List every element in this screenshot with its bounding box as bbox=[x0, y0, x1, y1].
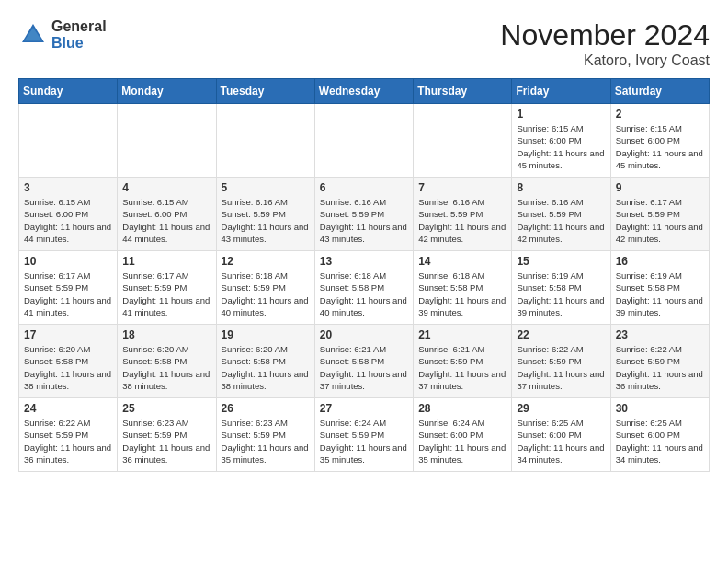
day-info: Sunrise: 6:15 AM Sunset: 6:00 PM Dayligh… bbox=[24, 196, 112, 245]
day-cell: 19Sunrise: 6:20 AM Sunset: 5:58 PM Dayli… bbox=[216, 325, 314, 398]
header-friday: Friday bbox=[512, 79, 610, 104]
day-cell: 29Sunrise: 6:25 AM Sunset: 6:00 PM Dayli… bbox=[512, 398, 610, 472]
day-info: Sunrise: 6:24 AM Sunset: 5:59 PM Dayligh… bbox=[320, 417, 408, 465]
day-info: Sunrise: 6:16 AM Sunset: 5:59 PM Dayligh… bbox=[517, 196, 605, 245]
header-monday: Monday bbox=[118, 79, 216, 104]
calendar-header-row: SundayMondayTuesdayWednesdayThursdayFrid… bbox=[19, 79, 710, 104]
calendar-body: 1Sunrise: 6:15 AM Sunset: 6:00 PM Daylig… bbox=[19, 104, 710, 472]
day-cell bbox=[314, 104, 413, 178]
day-info: Sunrise: 6:16 AM Sunset: 5:59 PM Dayligh… bbox=[222, 196, 310, 245]
day-cell: 8Sunrise: 6:16 AM Sunset: 5:59 PM Daylig… bbox=[512, 178, 610, 251]
day-info: Sunrise: 6:18 AM Sunset: 5:59 PM Dayligh… bbox=[222, 270, 310, 318]
header-wednesday: Wednesday bbox=[314, 79, 413, 104]
day-info: Sunrise: 6:20 AM Sunset: 5:58 PM Dayligh… bbox=[24, 343, 112, 392]
day-cell bbox=[414, 104, 512, 178]
day-info: Sunrise: 6:21 AM Sunset: 5:58 PM Dayligh… bbox=[320, 343, 408, 392]
day-cell: 1Sunrise: 6:15 AM Sunset: 6:00 PM Daylig… bbox=[512, 104, 610, 178]
day-number: 18 bbox=[122, 328, 210, 341]
day-number: 15 bbox=[517, 255, 605, 268]
day-cell: 6Sunrise: 6:16 AM Sunset: 5:59 PM Daylig… bbox=[314, 178, 413, 251]
day-cell: 18Sunrise: 6:20 AM Sunset: 5:58 PM Dayli… bbox=[118, 325, 216, 398]
day-info: Sunrise: 6:23 AM Sunset: 5:59 PM Dayligh… bbox=[122, 417, 210, 465]
day-cell: 27Sunrise: 6:24 AM Sunset: 5:59 PM Dayli… bbox=[314, 398, 413, 472]
day-info: Sunrise: 6:22 AM Sunset: 5:59 PM Dayligh… bbox=[616, 343, 704, 392]
day-info: Sunrise: 6:25 AM Sunset: 6:00 PM Dayligh… bbox=[517, 417, 605, 465]
day-number: 5 bbox=[222, 181, 310, 194]
day-cell: 22Sunrise: 6:22 AM Sunset: 5:59 PM Dayli… bbox=[512, 325, 610, 398]
week-row-3: 10Sunrise: 6:17 AM Sunset: 5:59 PM Dayli… bbox=[19, 251, 710, 325]
day-info: Sunrise: 6:22 AM Sunset: 5:59 PM Dayligh… bbox=[24, 417, 112, 465]
day-info: Sunrise: 6:21 AM Sunset: 5:59 PM Dayligh… bbox=[418, 343, 506, 392]
day-cell: 25Sunrise: 6:23 AM Sunset: 5:59 PM Dayli… bbox=[118, 398, 216, 472]
day-info: Sunrise: 6:17 AM Sunset: 5:59 PM Dayligh… bbox=[616, 196, 704, 245]
day-number: 4 bbox=[122, 181, 210, 194]
day-number: 22 bbox=[517, 328, 605, 341]
day-cell: 28Sunrise: 6:24 AM Sunset: 6:00 PM Dayli… bbox=[414, 398, 512, 472]
day-info: Sunrise: 6:25 AM Sunset: 6:00 PM Dayligh… bbox=[616, 417, 704, 465]
day-number: 30 bbox=[616, 402, 704, 415]
day-number: 21 bbox=[418, 328, 506, 341]
day-cell: 13Sunrise: 6:18 AM Sunset: 5:58 PM Dayli… bbox=[314, 251, 413, 325]
day-cell: 21Sunrise: 6:21 AM Sunset: 5:59 PM Dayli… bbox=[414, 325, 512, 398]
day-info: Sunrise: 6:15 AM Sunset: 6:00 PM Dayligh… bbox=[616, 122, 704, 171]
day-info: Sunrise: 6:20 AM Sunset: 5:58 PM Dayligh… bbox=[222, 343, 310, 392]
header-saturday: Saturday bbox=[610, 79, 709, 104]
day-number: 7 bbox=[418, 181, 506, 194]
header-thursday: Thursday bbox=[414, 79, 512, 104]
day-number: 23 bbox=[616, 328, 704, 341]
title-area: November 2024 Katoro, Ivory Coast bbox=[500, 18, 710, 69]
day-cell: 20Sunrise: 6:21 AM Sunset: 5:58 PM Dayli… bbox=[314, 325, 413, 398]
day-number: 1 bbox=[517, 108, 605, 121]
day-info: Sunrise: 6:19 AM Sunset: 5:58 PM Dayligh… bbox=[616, 270, 704, 318]
day-info: Sunrise: 6:23 AM Sunset: 5:59 PM Dayligh… bbox=[222, 417, 310, 465]
month-title: November 2024 bbox=[500, 18, 710, 52]
day-cell: 30Sunrise: 6:25 AM Sunset: 6:00 PM Dayli… bbox=[610, 398, 709, 472]
week-row-1: 1Sunrise: 6:15 AM Sunset: 6:00 PM Daylig… bbox=[19, 104, 710, 178]
day-info: Sunrise: 6:17 AM Sunset: 5:59 PM Dayligh… bbox=[24, 270, 112, 318]
day-number: 20 bbox=[320, 328, 408, 341]
day-number: 6 bbox=[320, 181, 408, 194]
day-cell: 23Sunrise: 6:22 AM Sunset: 5:59 PM Dayli… bbox=[610, 325, 709, 398]
day-cell: 10Sunrise: 6:17 AM Sunset: 5:59 PM Dayli… bbox=[19, 251, 118, 325]
day-number: 26 bbox=[222, 402, 310, 415]
day-number: 13 bbox=[320, 255, 408, 268]
logo-icon bbox=[18, 20, 48, 50]
day-number: 3 bbox=[24, 181, 112, 194]
day-number: 2 bbox=[616, 108, 704, 121]
day-cell bbox=[118, 104, 216, 178]
day-info: Sunrise: 6:15 AM Sunset: 6:00 PM Dayligh… bbox=[517, 122, 605, 171]
day-cell: 9Sunrise: 6:17 AM Sunset: 5:59 PM Daylig… bbox=[610, 178, 709, 251]
week-row-5: 24Sunrise: 6:22 AM Sunset: 5:59 PM Dayli… bbox=[19, 398, 710, 472]
day-cell: 17Sunrise: 6:20 AM Sunset: 5:58 PM Dayli… bbox=[19, 325, 118, 398]
day-number: 16 bbox=[616, 255, 704, 268]
day-number: 24 bbox=[24, 402, 112, 415]
logo: General Blue bbox=[18, 18, 107, 51]
day-cell: 12Sunrise: 6:18 AM Sunset: 5:59 PM Dayli… bbox=[216, 251, 314, 325]
day-info: Sunrise: 6:20 AM Sunset: 5:58 PM Dayligh… bbox=[122, 343, 210, 392]
day-info: Sunrise: 6:16 AM Sunset: 5:59 PM Dayligh… bbox=[320, 196, 408, 245]
day-number: 14 bbox=[418, 255, 506, 268]
week-row-2: 3Sunrise: 6:15 AM Sunset: 6:00 PM Daylig… bbox=[19, 178, 710, 251]
page-header: General Blue November 2024 Katoro, Ivory… bbox=[18, 18, 710, 69]
day-number: 9 bbox=[616, 181, 704, 194]
day-number: 19 bbox=[222, 328, 310, 341]
header-sunday: Sunday bbox=[19, 79, 118, 104]
day-info: Sunrise: 6:15 AM Sunset: 6:00 PM Dayligh… bbox=[122, 196, 210, 245]
logo-blue-text: Blue bbox=[51, 35, 107, 52]
day-number: 17 bbox=[24, 328, 112, 341]
week-row-4: 17Sunrise: 6:20 AM Sunset: 5:58 PM Dayli… bbox=[19, 325, 710, 398]
day-number: 11 bbox=[122, 255, 210, 268]
day-number: 25 bbox=[122, 402, 210, 415]
day-cell: 5Sunrise: 6:16 AM Sunset: 5:59 PM Daylig… bbox=[216, 178, 314, 251]
day-number: 29 bbox=[517, 402, 605, 415]
day-info: Sunrise: 6:22 AM Sunset: 5:59 PM Dayligh… bbox=[517, 343, 605, 392]
header-tuesday: Tuesday bbox=[216, 79, 314, 104]
day-number: 8 bbox=[517, 181, 605, 194]
day-cell: 4Sunrise: 6:15 AM Sunset: 6:00 PM Daylig… bbox=[118, 178, 216, 251]
day-number: 10 bbox=[24, 255, 112, 268]
day-number: 28 bbox=[418, 402, 506, 415]
day-cell: 3Sunrise: 6:15 AM Sunset: 6:00 PM Daylig… bbox=[19, 178, 118, 251]
day-info: Sunrise: 6:18 AM Sunset: 5:58 PM Dayligh… bbox=[320, 270, 408, 318]
day-cell: 24Sunrise: 6:22 AM Sunset: 5:59 PM Dayli… bbox=[19, 398, 118, 472]
day-cell: 7Sunrise: 6:16 AM Sunset: 5:59 PM Daylig… bbox=[414, 178, 512, 251]
